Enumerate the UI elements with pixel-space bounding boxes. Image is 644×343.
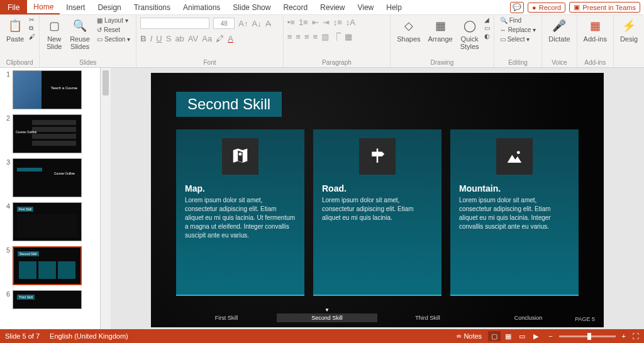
new-slide-button[interactable]: ▢ New Slide xyxy=(43,16,65,52)
replace-button[interactable]: ↔ Replace ▾ xyxy=(498,26,538,34)
layout-button[interactable]: ▦ Layout ▾ xyxy=(95,16,132,24)
tab-slideshow[interactable]: Slide Show xyxy=(226,0,277,14)
dictate-button[interactable]: 🎤Dictate xyxy=(546,16,572,44)
tab-transitions[interactable]: Transitions xyxy=(128,0,177,14)
language-status[interactable]: English (United Kingdom) xyxy=(50,332,128,340)
align-left-icon[interactable]: ≡ xyxy=(287,32,292,41)
tab-record[interactable]: Record xyxy=(277,0,314,14)
shapes-button[interactable]: ◇Shapes xyxy=(394,16,423,44)
shadow-icon[interactable]: ab xyxy=(175,34,184,43)
shape-fill-icon[interactable]: ◢ xyxy=(484,16,490,23)
shape-outline-icon[interactable]: ▭ xyxy=(484,24,490,31)
map-icon xyxy=(222,138,258,175)
normal-view-icon[interactable]: ▢ xyxy=(488,331,501,341)
slide[interactable]: Second Skill Map. Lorem ipsum dolor sit … xyxy=(151,73,604,327)
paste-button[interactable]: 📋 Paste xyxy=(4,16,26,44)
tab-animations[interactable]: Animations xyxy=(177,0,226,14)
copy-icon[interactable]: ⧉ xyxy=(29,24,35,32)
increase-font-icon[interactable]: A↑ xyxy=(238,19,248,28)
indent-dec-icon[interactable]: ⇤ xyxy=(312,18,319,27)
thumb-2[interactable]: 2★ Course Outline xyxy=(0,112,100,156)
thumb-6[interactable]: 6★ Third Skill xyxy=(0,288,100,313)
columns-icon[interactable]: ▥ xyxy=(321,32,329,41)
reuse-slides-button[interactable]: 🔍 Reuse Slides xyxy=(67,16,92,52)
file-tab[interactable]: File xyxy=(0,0,27,14)
new-slide-label: New Slide xyxy=(47,35,62,50)
cut-icon[interactable]: ✂ xyxy=(29,16,35,23)
footer-second[interactable]: Second Skill xyxy=(277,313,377,322)
indent-inc-icon[interactable]: ⇥ xyxy=(323,18,330,27)
thumb-5[interactable]: 5★ Second Skill xyxy=(0,244,100,288)
bullets-icon[interactable]: •≡ xyxy=(287,18,295,27)
decrease-font-icon[interactable]: A↓ xyxy=(252,19,261,28)
notes-button[interactable]: ≐ Notes xyxy=(456,332,482,340)
zoom-slider[interactable] xyxy=(559,335,616,337)
zoom-in-icon[interactable]: + xyxy=(622,332,626,340)
card-road[interactable]: Road. Lorem ipsum dolor sit amet, consec… xyxy=(313,129,441,296)
align-right-icon[interactable]: ≡ xyxy=(304,32,309,41)
spacing-icon[interactable]: AV xyxy=(188,34,198,43)
workspace: 1★ Teach a Course 2★ Course Outline 3★ C… xyxy=(0,68,644,329)
align-text-icon[interactable]: ⎾ xyxy=(333,32,341,41)
italic-icon[interactable]: I xyxy=(150,34,153,43)
slide-title[interactable]: Second Skill xyxy=(176,92,282,117)
slide-canvas[interactable]: Second Skill Map. Lorem ipsum dolor sit … xyxy=(111,68,644,329)
designer-button[interactable]: ⚡Desig xyxy=(618,16,640,44)
slide-counter[interactable]: Slide 5 of 7 xyxy=(5,332,40,340)
format-painter-icon[interactable]: 🖌 xyxy=(29,33,35,40)
slide-thumbnails[interactable]: 1★ Teach a Course 2★ Course Outline 3★ C… xyxy=(0,68,101,329)
thumb-3[interactable]: 3★ Course Outline xyxy=(0,156,100,200)
font-color-icon[interactable]: A xyxy=(228,34,233,43)
group-voice: 🎤Dictate Voice xyxy=(542,15,577,67)
tab-insert[interactable]: Insert xyxy=(60,0,91,14)
tab-review[interactable]: Review xyxy=(314,0,351,14)
footer-conclusion[interactable]: Conclusion xyxy=(478,313,579,322)
arrange-button[interactable]: ▦Arrange xyxy=(426,16,455,44)
footer-third[interactable]: Third Skill xyxy=(377,313,478,322)
numbering-icon[interactable]: 1≡ xyxy=(299,18,308,27)
find-button[interactable]: 🔍 Find xyxy=(498,16,538,24)
group-paragraph: •≡ 1≡ ⇤ ⇥ ↕≡ ↕A ≡ ≡ ≡ ≡ ▥ ⎾ ▦ Paragraph xyxy=(284,15,391,67)
text-direction-icon[interactable]: ↕A xyxy=(346,18,355,27)
addins-button[interactable]: ▦Add-ins xyxy=(581,16,609,44)
paste-icon: 📋 xyxy=(7,18,23,34)
footer-first[interactable]: First Skill xyxy=(176,313,277,322)
fit-window-icon[interactable]: ⛶ xyxy=(632,332,639,340)
thumb-1[interactable]: 1★ Teach a Course xyxy=(0,68,100,112)
underline-icon[interactable]: U xyxy=(156,34,162,43)
card-title: Mountain. xyxy=(459,183,570,193)
thumb-4[interactable]: 4★ First Skill xyxy=(0,200,100,244)
smartart-icon[interactable]: ▦ xyxy=(345,32,352,41)
present-teams-button[interactable]: ▣ Present in Teams xyxy=(569,2,640,13)
font-family-select[interactable] xyxy=(140,18,209,29)
font-size-select[interactable] xyxy=(213,18,235,29)
page-number: PAGE 5 xyxy=(575,316,595,322)
reading-view-icon[interactable]: ▭ xyxy=(516,331,528,341)
justify-icon[interactable]: ≡ xyxy=(313,32,318,41)
quick-styles-button[interactable]: ◯Quick Styles xyxy=(458,16,482,52)
record-button[interactable]: ● Record xyxy=(528,3,565,13)
case-icon[interactable]: Aa xyxy=(202,34,212,43)
bold-icon[interactable]: B xyxy=(140,34,146,43)
highlight-icon[interactable]: 🖍 xyxy=(216,34,224,43)
shape-effects-icon[interactable]: ◐ xyxy=(484,33,490,40)
align-center-icon[interactable]: ≡ xyxy=(296,32,301,41)
sorter-view-icon[interactable]: ▦ xyxy=(502,331,514,341)
tab-view[interactable]: View xyxy=(351,0,380,14)
clear-format-icon[interactable]: A̶ xyxy=(265,19,271,28)
tab-design[interactable]: Design xyxy=(91,0,127,14)
card-mountain[interactable]: Mountain. Lorem ipsum dolor sit amet, co… xyxy=(450,129,579,296)
tab-help[interactable]: Help xyxy=(380,0,408,14)
section-button[interactable]: ▭ Section ▾ xyxy=(95,35,132,43)
tab-home[interactable]: Home xyxy=(27,0,60,14)
reset-button[interactable]: ↺ Reset xyxy=(95,26,132,34)
comments-button[interactable]: 💬 xyxy=(510,2,524,13)
select-button[interactable]: ▭ Select ▾ xyxy=(498,35,538,43)
card-map[interactable]: Map. Lorem ipsum dolor sit amet, consect… xyxy=(176,129,304,296)
card-title: Road. xyxy=(322,183,433,193)
zoom-out-icon[interactable]: − xyxy=(548,332,552,340)
strike-icon[interactable]: S xyxy=(166,34,172,43)
slideshow-view-icon[interactable]: ▶ xyxy=(530,331,542,341)
line-spacing-icon[interactable]: ↕≡ xyxy=(333,18,342,27)
thumb-scrollbar[interactable] xyxy=(101,68,111,329)
